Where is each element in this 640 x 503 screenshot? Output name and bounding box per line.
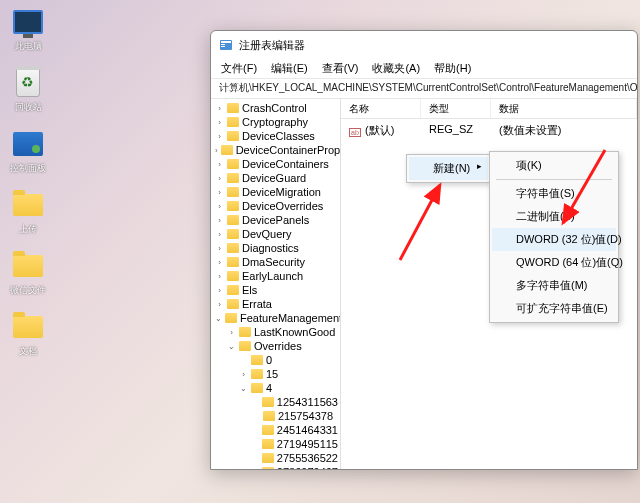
- chevron-right-icon: ›: [215, 104, 224, 113]
- menu-view[interactable]: 查看(V): [316, 59, 365, 78]
- folder-icon: [227, 257, 239, 267]
- folder-icon: [262, 453, 274, 463]
- chevron-right-icon: ›: [215, 286, 224, 295]
- tree-item[interactable]: 2786979467: [213, 465, 340, 469]
- pc-icon: [13, 10, 43, 34]
- desktop-icon-folder-1[interactable]: 上传: [6, 189, 50, 236]
- menu-help[interactable]: 帮助(H): [428, 59, 477, 78]
- tree-item[interactable]: ›LastKnownGood: [213, 325, 340, 339]
- tree-item[interactable]: ›DevQuery: [213, 227, 340, 241]
- tree-item[interactable]: ›Cryptography: [213, 115, 340, 129]
- tree-item[interactable]: ›Els: [213, 283, 340, 297]
- chevron-down-icon: ⌄: [239, 384, 248, 393]
- app-icon: [219, 38, 233, 52]
- tree-item[interactable]: 2755536522: [213, 451, 340, 465]
- chevron-right-icon: ›: [215, 230, 224, 239]
- control-panel-icon: [13, 132, 43, 156]
- folder-icon: [262, 439, 274, 449]
- svg-rect-3: [221, 46, 225, 47]
- separator: [496, 179, 612, 180]
- menu-new-expandstring[interactable]: 可扩充字符串值(E): [492, 297, 616, 320]
- tree-item[interactable]: ›15: [213, 367, 340, 381]
- tree-item[interactable]: 2719495115: [213, 437, 340, 451]
- tree-item[interactable]: 2451464331: [213, 423, 340, 437]
- menu-new-binary[interactable]: 二进制值(B): [492, 205, 616, 228]
- chevron-right-icon: ›: [215, 244, 224, 253]
- tree-item[interactable]: ›CrashControl: [213, 101, 340, 115]
- folder-icon: [227, 285, 239, 295]
- menu-edit[interactable]: 编辑(E): [265, 59, 314, 78]
- chevron-right-icon: ›: [215, 174, 224, 183]
- regedit-window: 注册表编辑器 文件(F) 编辑(E) 查看(V) 收藏夹(A) 帮助(H) 计算…: [210, 30, 638, 470]
- tree-item[interactable]: ›Errata: [213, 297, 340, 311]
- folder-icon: [225, 313, 237, 323]
- folder-icon: [227, 201, 239, 211]
- menu-new-dword[interactable]: DWORD (32 位)值(D): [492, 228, 616, 251]
- context-submenu-new: 项(K) 字符串值(S) 二进制值(B) DWORD (32 位)值(D) QW…: [489, 151, 619, 323]
- tree-item[interactable]: ›DevicePanels: [213, 213, 340, 227]
- titlebar[interactable]: 注册表编辑器: [211, 31, 637, 59]
- folder-icon: [13, 255, 43, 277]
- chevron-right-icon: ›: [215, 258, 224, 267]
- tree-item[interactable]: ›EarlyLaunch: [213, 269, 340, 283]
- chevron-down-icon: ⌄: [215, 314, 222, 323]
- desktop-icon-control-panel[interactable]: 控制面板: [6, 128, 50, 175]
- chevron-right-icon: ›: [215, 118, 224, 127]
- recycle-bin-icon: [16, 69, 40, 97]
- col-type[interactable]: 类型: [421, 99, 491, 118]
- svg-rect-2: [221, 44, 225, 45]
- tree-item[interactable]: ›DeviceGuard: [213, 171, 340, 185]
- tree-item[interactable]: ›DmaSecurity: [213, 255, 340, 269]
- tree-item[interactable]: ›DeviceClasses: [213, 129, 340, 143]
- tree-item[interactable]: 1254311563: [213, 395, 340, 409]
- desktop-icon-computer[interactable]: 此电脑: [6, 6, 50, 53]
- col-name[interactable]: 名称: [341, 99, 421, 118]
- chevron-right-icon: ›: [215, 216, 224, 225]
- tree-item[interactable]: ›DeviceContainers: [213, 157, 340, 171]
- tree-pane[interactable]: ›CrashControl›Cryptography›DeviceClasses…: [211, 99, 341, 469]
- address-bar[interactable]: 计算机\HKEY_LOCAL_MACHINE\SYSTEM\CurrentCon…: [211, 79, 637, 99]
- menu-file[interactable]: 文件(F): [215, 59, 263, 78]
- desktop-icons: 此电脑 回收站 控制面板 上传 微信文件 文档: [6, 6, 50, 358]
- chevron-right-icon: ›: [215, 160, 224, 169]
- tree-item[interactable]: 215754378: [213, 409, 340, 423]
- folder-icon: [13, 316, 43, 338]
- menu-new-multistring[interactable]: 多字符串值(M): [492, 274, 616, 297]
- tree-item[interactable]: ⌄4: [213, 381, 340, 395]
- chevron-right-icon: ›: [215, 300, 224, 309]
- folder-icon: [262, 397, 274, 407]
- chevron-right-icon: ›: [215, 146, 218, 155]
- menu-new-string[interactable]: 字符串值(S): [492, 182, 616, 205]
- tree-item[interactable]: ⌄Overrides: [213, 339, 340, 353]
- desktop-icon-folder-2[interactable]: 微信文件: [6, 250, 50, 297]
- string-value-icon: [349, 125, 361, 137]
- menu-new[interactable]: 新建(N): [409, 157, 488, 180]
- chevron-right-icon: ›: [215, 272, 224, 281]
- menu-favorites[interactable]: 收藏夹(A): [366, 59, 426, 78]
- menu-new-qword[interactable]: QWORD (64 位)值(Q): [492, 251, 616, 274]
- desktop-icon-recycle[interactable]: 回收站: [6, 67, 50, 114]
- tree-item[interactable]: ›DeviceMigration: [213, 185, 340, 199]
- svg-rect-1: [221, 41, 231, 43]
- tree-item[interactable]: ›DeviceOverrides: [213, 199, 340, 213]
- menu-new-key[interactable]: 项(K): [492, 154, 616, 177]
- folder-icon: [227, 117, 239, 127]
- folder-icon: [13, 194, 43, 216]
- chevron-down-icon: ⌄: [227, 342, 236, 351]
- window-title: 注册表编辑器: [239, 38, 629, 53]
- list-row[interactable]: (默认) REG_SZ (数值未设置): [341, 119, 637, 142]
- folder-icon: [227, 187, 239, 197]
- list-header: 名称 类型 数据: [341, 99, 637, 119]
- folder-icon: [221, 145, 233, 155]
- desktop-icon-folder-3[interactable]: 文档: [6, 311, 50, 358]
- tree-item[interactable]: ›DeviceContainerPropertyUpda: [213, 143, 340, 157]
- chevron-right-icon: ›: [215, 202, 224, 211]
- tree-item[interactable]: ⌄FeatureManagement: [213, 311, 340, 325]
- tree-item[interactable]: 0: [213, 353, 340, 367]
- chevron-right-icon: ›: [215, 132, 224, 141]
- folder-icon: [227, 299, 239, 309]
- tree-item[interactable]: ›Diagnostics: [213, 241, 340, 255]
- folder-icon: [227, 271, 239, 281]
- chevron-right-icon: ›: [215, 188, 224, 197]
- col-data[interactable]: 数据: [491, 99, 637, 118]
